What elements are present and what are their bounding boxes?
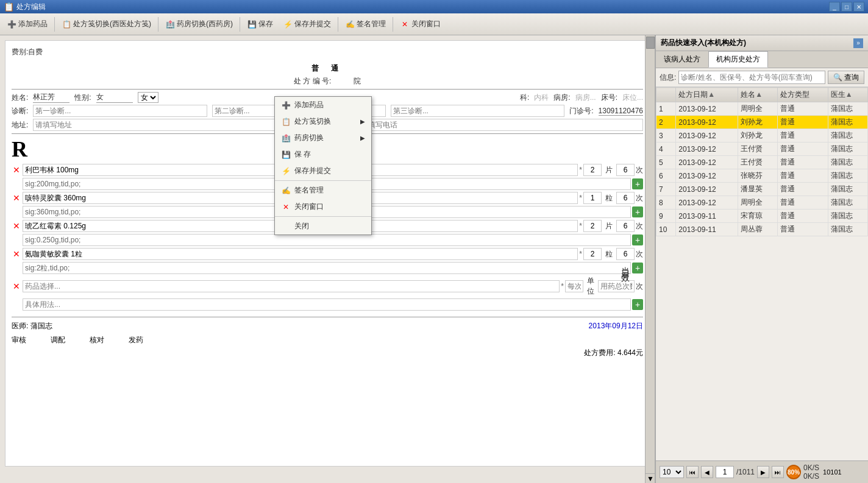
new-drug-add[interactable]: + [632,299,643,310]
search-input[interactable] [678,71,825,84]
ctx-sign[interactable]: ✍ 签名管理 [275,182,371,199]
diag3-input[interactable] [391,105,564,117]
minimize-button[interactable]: _ [829,2,840,12]
switch-pharmacy-button[interactable]: 🏥 药房切换(西药房) [161,16,237,33]
next-page-button[interactable]: ▶ [757,466,769,478]
drug-qty-3[interactable] [583,220,602,232]
window-controls: _ □ ✕ [829,2,864,12]
cell-no: 3 [656,129,676,143]
scrollbar[interactable]: ▼ [645,35,655,483]
ctx-arrow-2: ▶ [360,135,365,141]
search-button[interactable]: 🔍 查询 [828,71,864,84]
panel-expand-button[interactable]: » [853,38,863,48]
ctx-switch-rx[interactable]: 📋 处方笺切换 ▶ [275,113,371,130]
table-row[interactable]: 9 2013-09-11 宋育琼 普通 蒲国志 [656,210,868,223]
drug-sig-3[interactable] [23,234,631,246]
ctx-save-submit[interactable]: ⚡ 保存并提交 [275,163,371,179]
ctx-close[interactable]: 关闭 [275,218,371,234]
outpatient-value: 13091120476 [599,107,643,116]
drug-qty-1[interactable] [583,164,602,176]
cell-doctor: 蒲国志 [828,210,867,223]
diag1-input[interactable] [33,105,207,117]
table-row[interactable]: 6 2013-09-12 张晓芬 普通 蒲国志 [656,169,868,183]
ctx-add-drug[interactable]: ➕ 添加药品 [275,97,371,113]
col-name: 姓名▲ [738,88,778,102]
new-drug-unit: 单位 [585,276,597,297]
cell-doctor: 蒲国志 [828,129,867,143]
address-label: 地址: [12,120,28,130]
close-button[interactable]: ✕ 关闭窗口 [396,16,445,33]
drug-qty-2[interactable] [583,192,602,204]
sign-mgmt-button[interactable]: ✍ 签名管理 [341,16,390,33]
cell-name: 张晓芬 [738,169,778,183]
gender-select[interactable]: 女 男 [138,92,158,103]
drug-add-4[interactable]: + [632,263,643,273]
table-row[interactable]: 2 2013-09-12 刘孙龙 普通 蒲国志 [656,116,868,129]
drug-delete-1[interactable]: ✕ [12,165,21,175]
rx-table: 处方日期▲ 姓名▲ 处方类型 医生▲ 1 2013-09-12 周明全 普通 蒲… [656,87,868,460]
new-drug-qty[interactable] [565,280,583,292]
cell-doctor: 蒲国志 [828,156,867,169]
contact-input[interactable] [358,119,643,131]
bed-value: 床位... [622,93,643,103]
new-drug-total[interactable] [598,280,635,292]
right-panel: 药品快速录入(本机构处方) » 该病人处方 机构历史处方 信息: 🔍 查询 [655,35,868,483]
cell-doctor: 蒲国志 [828,196,867,210]
drug-unit-3: 片 [603,221,615,231]
table-row[interactable]: 4 2013-09-12 王付贤 普通 蒲国志 [656,143,868,156]
new-drug-delete[interactable]: ✕ [12,281,21,291]
ctx-close-window[interactable]: ✕ 关闭窗口 [275,199,371,215]
add-drug-button[interactable]: ➕ 添加药品 [2,16,52,33]
table-row[interactable]: 8 2013-09-12 周明全 普通 蒲国志 [656,196,868,210]
drug-delete-3[interactable]: ✕ [12,221,21,231]
tab-patient[interactable]: 该病人处方 [656,51,708,68]
close-window-button[interactable]: ✕ [853,2,864,12]
cell-date: 2013-09-12 [676,129,738,143]
drug-add-1[interactable]: + [632,178,643,189]
table-row[interactable]: 7 2013-09-12 潘显英 普通 蒲国志 [656,183,868,196]
cell-date: 2013-09-11 [676,223,738,236]
drug-add-3[interactable]: + [632,234,643,245]
titlebar: 📋 处方编辑 _ □ ✕ [0,0,868,13]
last-page-button[interactable]: ⏭ [772,466,784,478]
dept-label: 科: [520,93,529,103]
ctx-switch-pharmacy[interactable]: 🏥 药房切换 ▶ [275,130,371,146]
drug-total-2[interactable] [616,192,635,204]
search-label: 信息: [660,72,676,83]
drug-total-3[interactable] [616,220,635,232]
drug-total-4[interactable] [616,248,635,260]
cell-name: 王付贤 [738,143,778,156]
drug-freq-3: 次 [636,221,643,231]
table-row[interactable]: 5 2013-09-12 王付贤 普通 蒲国志 [656,156,868,169]
first-page-button[interactable]: ⏮ [686,466,699,478]
scroll-thumb[interactable] [646,37,655,49]
table-row[interactable]: 10 2013-09-11 周丛蓉 普通 蒲国志 [656,223,868,236]
cell-no: 7 [656,183,676,196]
table-row[interactable]: 3 2013-09-12 刘孙龙 普通 蒲国志 [656,129,868,143]
cell-type: 普通 [778,210,828,223]
save-button[interactable]: 💾 保存 [243,16,277,33]
new-drug-name[interactable] [23,280,560,292]
prev-page-button[interactable]: ◀ [701,466,713,478]
refresh-button[interactable]: 80% [786,465,801,479]
new-drug-sig[interactable] [23,298,631,311]
sep2 [158,17,158,32]
drug-sig-4[interactable] [23,262,631,274]
ctx-save[interactable]: 💾 保 存 [275,146,371,163]
upload-status: 0K/S [803,464,819,472]
rows-per-page-select[interactable]: 10 20 50 [660,466,684,478]
drug-add-2[interactable]: + [632,206,643,217]
scroll-down-btn[interactable]: ▼ [646,473,655,483]
tab-history[interactable]: 机构历史处方 [708,51,768,68]
drug-name-4[interactable] [23,248,578,260]
save-submit-button[interactable]: ⚡ 保存并提交 [279,16,335,33]
drug-delete-4[interactable]: ✕ [12,249,21,259]
drug-qty-4[interactable] [583,248,602,260]
drug-total-1[interactable] [616,164,635,176]
table-row[interactable]: 1 2013-09-12 周明全 普通 蒲国志 [656,102,868,116]
switch-rx-button[interactable]: 📋 处方笺切换(西医处方笺) [57,16,155,33]
name-label: 姓名: [12,93,28,103]
current-page-input[interactable] [716,466,734,478]
drug-delete-2[interactable]: ✕ [12,193,21,203]
maximize-button[interactable]: □ [841,2,852,12]
